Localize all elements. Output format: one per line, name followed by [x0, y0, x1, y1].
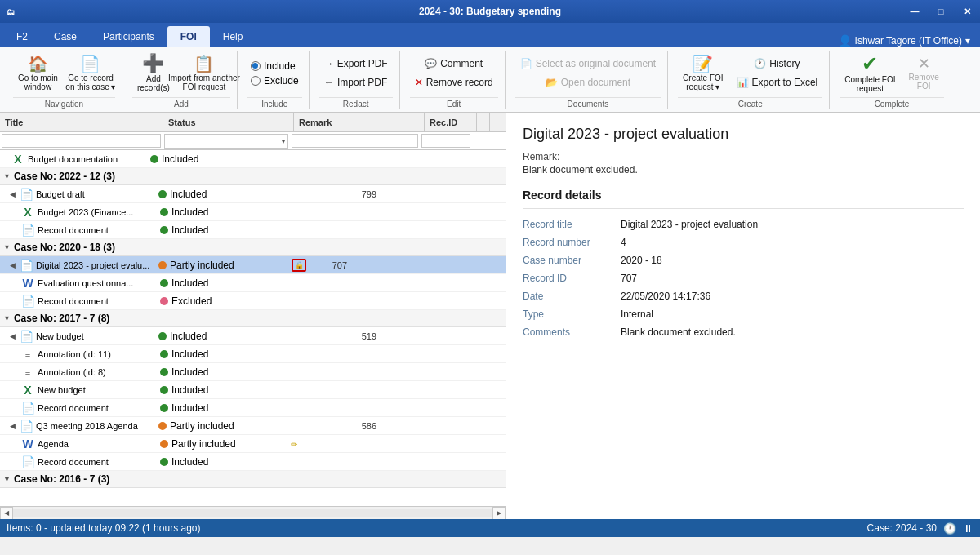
list-item[interactable]: X Budget documentation Included	[0, 150, 506, 168]
history-button[interactable]: 🕐 History	[732, 55, 823, 73]
tab-foi[interactable]: FOI	[167, 26, 210, 47]
create-foi-icon: 📝	[693, 56, 713, 72]
list-item[interactable]: ◀ 📄 New budget Included 519	[0, 327, 506, 345]
status-right: Case: 2024 - 30 🕐 ⏸	[867, 522, 973, 535]
tab-f2[interactable]: F2	[3, 26, 41, 47]
ribbon-documents-items: 📄 Select as original document 📂 Open doc…	[515, 51, 661, 97]
import-foi-button[interactable]: 📋 Import from anotherFOI request	[178, 52, 230, 95]
list-item[interactable]: ≡ Annotation (id: 11) Included	[0, 345, 506, 363]
minimize-button[interactable]: —	[902, 0, 928, 23]
history-icon: 🕐	[754, 58, 766, 69]
row-title: Annotation (id: 8)	[38, 367, 160, 377]
ribbon-group-complete: ✔ Complete FOIrequest ✕ RemoveFOI Comple…	[833, 51, 951, 109]
list-item[interactable]: ≡ Annotation (id: 8) Included	[0, 363, 506, 381]
pencil-icon: ✏	[291, 440, 297, 449]
complete-foi-button[interactable]: ✔ Complete FOIrequest	[840, 52, 900, 95]
col-header-status: Status	[163, 113, 294, 131]
tree-list[interactable]: X Budget documentation Included ▼ Case N…	[0, 150, 506, 506]
group-header[interactable]: ▼ Case No: 2016 - 7 (3)	[0, 471, 506, 488]
exclude-label: Exclude	[264, 75, 299, 87]
list-item[interactable]: 📄 Record document Included	[0, 221, 506, 239]
select-original-button[interactable]: 📄 Select as original document	[515, 55, 661, 73]
list-item[interactable]: W Agenda Partly included ✏	[0, 435, 506, 453]
row-status: Included	[160, 349, 291, 360]
filter-status-wrap: ▾	[163, 132, 290, 149]
close-button[interactable]: ✕	[954, 0, 980, 23]
filter-status-select[interactable]	[164, 134, 288, 149]
row-status: Included	[160, 384, 291, 396]
exclude-radio-label[interactable]: Exclude	[251, 75, 299, 87]
status-right-text: Case: 2024 - 30	[867, 522, 937, 534]
group-header[interactable]: ▼ Case No: 2020 - 18 (3)	[0, 239, 506, 256]
ribbon-edit-items: 💬 Comment ✕ Remove record	[410, 51, 498, 97]
user-name: Ishwar Tagore (IT Office)	[855, 35, 962, 47]
row-title: Record document	[38, 403, 160, 413]
row-status: Partly included	[158, 260, 289, 271]
expand-icon: ▼	[3, 475, 11, 483]
open-document-icon: 📂	[546, 77, 558, 88]
list-item[interactable]: 📄 Record document Excluded	[0, 292, 506, 310]
list-item[interactable]: ◀ 📄 Budget draft Included 799	[0, 185, 506, 203]
list-item[interactable]: X New budget Included	[0, 381, 506, 399]
row-recid: 586	[338, 421, 383, 431]
maximize-button[interactable]: □	[928, 0, 954, 23]
include-radio-label[interactable]: Include	[251, 60, 299, 72]
row-remark: ✏	[291, 439, 340, 449]
comment-button[interactable]: 💬 Comment	[410, 55, 498, 73]
list-item[interactable]: 📄 Record document Included	[0, 399, 506, 417]
detail-title: Digital 2023 - project evaluation	[523, 126, 964, 143]
row-title: Record document	[38, 296, 160, 306]
ribbon-redact-items: → Export PDF ← Import PDF	[319, 51, 393, 97]
status-dot-green	[150, 155, 158, 163]
status-dot-orange	[158, 422, 167, 430]
remove-foi-button[interactable]: ✕ RemoveFOI	[904, 52, 944, 95]
include-radio-circle	[251, 61, 261, 71]
user-area[interactable]: 👤 Ishwar Tagore (IT Office) ▾	[838, 34, 977, 47]
remove-record-button[interactable]: ✕ Remove record	[410, 73, 498, 91]
list-item[interactable]: ◀ 📄 Digital 2023 - project evalu... Part…	[0, 256, 506, 274]
horizontal-scrollbar[interactable]: ◀ ▶	[0, 506, 506, 519]
expand-arrow: ◀	[10, 332, 18, 340]
record-icon: 📄	[80, 56, 100, 72]
list-item[interactable]: ◀ 📄 Q3 meeting 2018 Agenda Partly includ…	[0, 417, 506, 435]
main-area: Title Status Remark Rec.ID ▾ X Budget do	[0, 113, 980, 519]
open-document-button[interactable]: 📂 Open document	[515, 73, 661, 91]
ribbon-add-items: ➕ Addrecord(s) 📋 Import from anotherFOI …	[132, 51, 230, 97]
export-pdf-icon: →	[324, 58, 334, 69]
row-title: Annotation (id: 11)	[38, 349, 160, 359]
scroll-right-arrow[interactable]: ▶	[492, 507, 506, 520]
tab-help[interactable]: Help	[210, 26, 256, 47]
doc-icon: 📄	[18, 330, 34, 343]
export-excel-button[interactable]: 📊 Export to Excel	[732, 73, 823, 91]
list-item[interactable]: X Budget 2023 (Finance... Included	[0, 203, 506, 221]
filter-title-input[interactable]	[2, 134, 161, 148]
list-item[interactable]: 📄 Record document Included	[0, 453, 506, 471]
scroll-track[interactable]	[13, 509, 492, 517]
group-header[interactable]: ▼ Case No: 2022 - 12 (3)	[0, 168, 506, 185]
col-header-remark: Remark	[294, 113, 425, 131]
document-buttons: 📄 Select as original document 📂 Open doc…	[515, 55, 661, 91]
list-item[interactable]: W Evaluation questionna... Included	[0, 274, 506, 292]
go-main-button[interactable]: 🏠 Go to mainwindow	[13, 52, 63, 95]
go-record-button[interactable]: 📄 Go to recordon this case ▾	[66, 52, 115, 95]
create-sub-buttons: 🕐 History 📊 Export to Excel	[732, 55, 823, 91]
ribbon-navigation-items: 🏠 Go to mainwindow 📄 Go to recordon this…	[13, 51, 115, 97]
ribbon-group-add: ➕ Addrecord(s) 📋 Import from anotherFOI …	[126, 51, 238, 109]
group-header[interactable]: ▼ Case No: 2017 - 7 (8)	[0, 310, 506, 327]
status-dot-green	[158, 190, 167, 198]
filter-recid-input[interactable]	[421, 134, 470, 148]
tab-participants[interactable]: Participants	[90, 26, 167, 47]
status-dot-green	[160, 226, 168, 234]
row-status: Included	[150, 153, 281, 165]
import-pdf-icon: ←	[324, 77, 334, 88]
col-header-recid: Rec.ID	[425, 113, 477, 131]
create-group-label: Create	[678, 97, 822, 109]
export-pdf-button[interactable]: → Export PDF	[319, 55, 393, 73]
create-foi-button[interactable]: 📝 Create FOIrequest ▾	[678, 52, 728, 95]
filter-remark-input[interactable]	[292, 134, 418, 148]
scroll-left-arrow[interactable]: ◀	[0, 507, 13, 520]
tab-case[interactable]: Case	[41, 26, 90, 47]
import-pdf-button[interactable]: ← Import PDF	[319, 73, 393, 91]
group-label: Case No: 2022 - 12 (3)	[14, 171, 115, 182]
select-original-icon: 📄	[520, 58, 532, 69]
